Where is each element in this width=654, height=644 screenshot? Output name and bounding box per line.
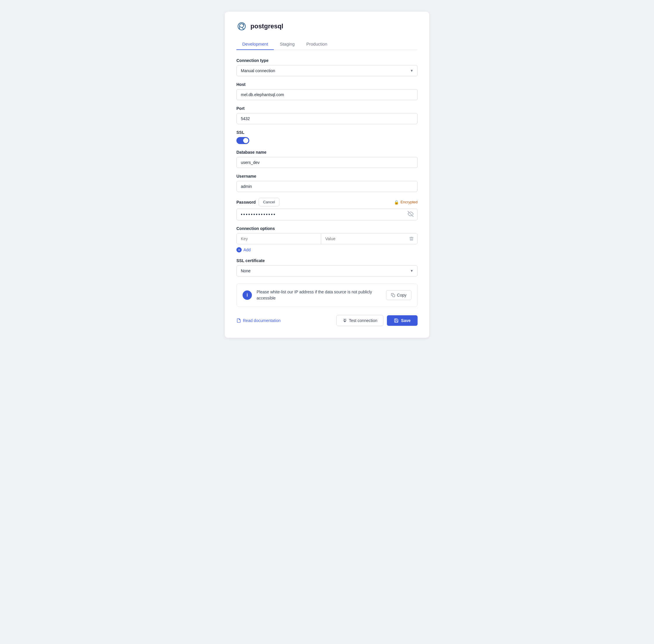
- connection-option-key-input[interactable]: [237, 233, 321, 244]
- svg-point-3: [243, 24, 244, 25]
- svg-rect-5: [393, 295, 395, 297]
- connection-type-select-wrapper: Manual connection Connection string ▼: [236, 65, 418, 76]
- page-title: postgresql: [250, 23, 283, 30]
- username-input[interactable]: [236, 181, 418, 192]
- copy-icon: [391, 293, 395, 297]
- header: postgresql: [236, 21, 418, 31]
- connection-type-label: Connection type: [236, 58, 418, 63]
- ssl-certificate-select-wrapper: None Custom ▼: [236, 265, 418, 276]
- ssl-certificate-select[interactable]: None Custom: [236, 265, 418, 276]
- cancel-button[interactable]: Cancel: [258, 198, 279, 206]
- postgresql-icon: [236, 21, 247, 31]
- info-icon: i: [243, 291, 252, 300]
- footer-right: Test connection Save: [336, 315, 418, 326]
- encrypted-badge: 🔒 Encrypted: [394, 200, 418, 205]
- database-name-label: Database name: [236, 150, 418, 155]
- password-input[interactable]: [236, 209, 418, 220]
- connection-type-section: Connection type Manual connection Connec…: [236, 58, 418, 76]
- lock-icon: 🔒: [394, 200, 399, 205]
- host-label: Host: [236, 82, 418, 87]
- password-input-wrapper: [236, 209, 418, 220]
- eye-off-icon[interactable]: [408, 211, 413, 218]
- username-section: Username: [236, 174, 418, 192]
- save-button[interactable]: Save: [387, 315, 418, 326]
- password-label: Password: [236, 200, 256, 205]
- host-section: Host: [236, 82, 418, 100]
- database-name-section: Database name: [236, 150, 418, 168]
- add-label: Add: [243, 248, 251, 252]
- tab-development[interactable]: Development: [236, 39, 274, 50]
- test-connection-button[interactable]: Test connection: [336, 315, 383, 326]
- test-connection-icon: [342, 318, 347, 323]
- ip-notice: i Please white-list our IP address if th…: [236, 283, 418, 307]
- tab-production[interactable]: Production: [300, 39, 333, 50]
- read-documentation-link[interactable]: Read documentation: [236, 318, 280, 323]
- port-input[interactable]: [236, 113, 418, 124]
- test-connection-label: Test connection: [349, 318, 377, 323]
- read-docs-label: Read documentation: [243, 318, 280, 323]
- connection-options-grid: [236, 233, 418, 244]
- tabs-bar: Development Staging Production: [236, 39, 418, 50]
- copy-button[interactable]: Copy: [386, 290, 411, 300]
- password-header-row: Password Cancel 🔒 Encrypted: [236, 198, 418, 206]
- connection-option-value-input[interactable]: [321, 233, 406, 244]
- ssl-toggle-row: [236, 137, 418, 144]
- main-card: postgresql Development Staging Productio…: [225, 12, 429, 338]
- ssl-section: SSL: [236, 130, 418, 144]
- connection-options-label: Connection options: [236, 226, 418, 231]
- save-icon: [394, 318, 399, 323]
- port-label: Port: [236, 106, 418, 111]
- connection-options-section: Connection options + Add: [236, 226, 418, 252]
- add-connection-option-button[interactable]: + Add: [236, 247, 251, 252]
- save-label: Save: [401, 318, 411, 323]
- encrypted-label: Encrypted: [400, 200, 418, 204]
- connection-option-delete-button[interactable]: [406, 233, 417, 244]
- docs-icon: [236, 318, 241, 323]
- add-circle-icon: +: [236, 247, 242, 252]
- tab-staging[interactable]: Staging: [274, 39, 300, 50]
- ssl-toggle[interactable]: [236, 137, 249, 144]
- database-name-input[interactable]: [236, 157, 418, 168]
- ip-notice-text: Please white-list our IP address if the …: [256, 289, 381, 301]
- username-label: Username: [236, 174, 418, 179]
- connection-type-select[interactable]: Manual connection Connection string: [236, 65, 418, 76]
- ssl-certificate-section: SSL certificate None Custom ▼: [236, 258, 418, 276]
- ssl-label: SSL: [236, 130, 418, 135]
- host-input[interactable]: [236, 89, 418, 100]
- password-section: Password Cancel 🔒 Encrypted: [236, 198, 418, 220]
- footer-actions: Read documentation Test connection Save: [236, 315, 418, 326]
- ssl-certificate-label: SSL certificate: [236, 258, 418, 263]
- port-section: Port: [236, 106, 418, 124]
- copy-label: Copy: [397, 293, 406, 297]
